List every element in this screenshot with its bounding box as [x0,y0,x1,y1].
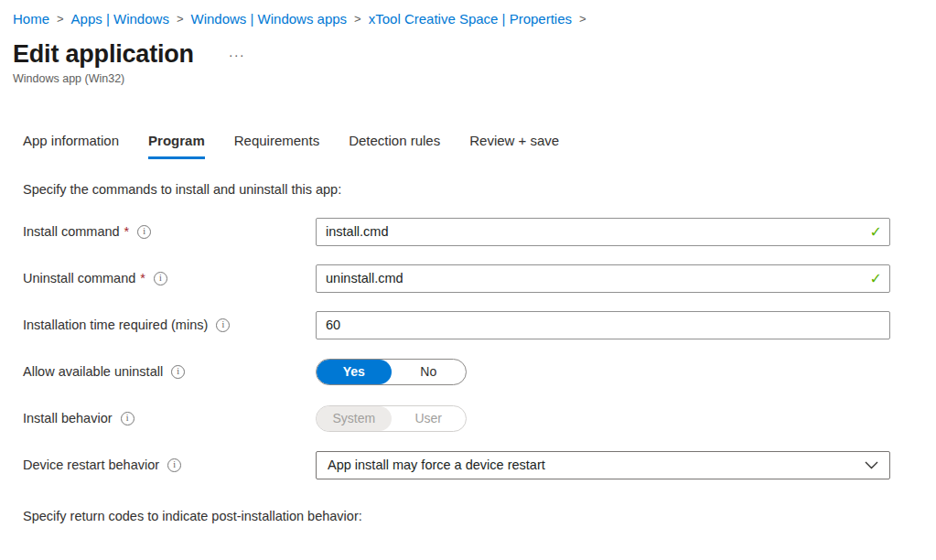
info-icon[interactable]: i [121,412,134,425]
field-row-installation-time: Installation time required (mins) i [23,310,890,339]
info-icon[interactable]: i [137,225,151,239]
field-row-install-behavior: Install behavior i System User [23,404,890,433]
field-row-uninstall-command: Uninstall command * i ✓ [23,264,890,293]
info-icon[interactable]: i [216,318,230,332]
field-label: Uninstall command [23,271,135,285]
required-asterisk: * [124,224,130,239]
toggle-option-yes[interactable]: Yes [317,360,392,384]
field-label: Installation time required (mins) [23,318,208,332]
toggle-option-user: User [392,406,467,431]
breadcrumb-link-apps-windows[interactable]: Apps | Windows [71,11,169,27]
edit-application-page: Home > Apps | Windows > Windows | Window… [0,0,936,523]
tab-requirements[interactable]: Requirements [234,133,319,159]
breadcrumb-separator: > [177,12,184,26]
tab-review-save[interactable]: Review + save [469,133,559,159]
field-label: Install behavior [23,411,113,425]
section-footer: Specify return codes to indicate post-in… [23,509,890,523]
field-label: Allow available uninstall [23,364,163,379]
breadcrumb-separator: > [354,12,361,26]
info-icon[interactable]: i [171,365,185,379]
field-label: Device restart behavior [23,458,159,472]
toggle-option-no[interactable]: No [392,360,467,384]
install-behavior-toggle: System User [316,405,467,432]
dropdown-selected-value: App install may force a device restart [328,458,545,472]
breadcrumb-link-home[interactable]: Home [13,11,49,27]
page-title: Edit application [13,40,194,69]
info-icon[interactable]: i [167,458,181,472]
required-asterisk: * [140,271,145,285]
field-row-allow-available-uninstall: Allow available uninstall i Yes No [23,357,890,386]
installation-time-input[interactable] [316,311,890,339]
program-form: Install command * i ✓ Uninstall command … [23,217,890,479]
section-intro: Specify the commands to install and unin… [23,182,890,197]
wizard-tabs: App information Program Requirements Det… [23,133,890,160]
toggle-option-system: System [317,406,392,431]
info-icon[interactable]: i [154,272,167,285]
field-label: Install command [23,224,120,239]
page-subtitle: Windows app (Win32) [13,72,890,85]
field-row-device-restart-behavior: Device restart behavior i App install ma… [23,450,890,479]
breadcrumb-link-app-properties[interactable]: xTool Creative Space | Properties [369,11,572,27]
install-command-input[interactable] [316,218,890,246]
more-options-button[interactable]: ··· [227,44,247,65]
tab-app-information[interactable]: App information [23,133,119,159]
uninstall-command-input[interactable] [316,264,890,293]
chevron-down-icon [865,461,878,469]
breadcrumb-link-windows-apps[interactable]: Windows | Windows apps [190,11,347,27]
allow-available-uninstall-toggle: Yes No [316,359,467,385]
breadcrumb: Home > Apps | Windows > Windows | Window… [13,9,890,27]
breadcrumb-separator: > [57,12,64,26]
device-restart-behavior-dropdown[interactable]: App install may force a device restart [316,451,890,479]
tab-detection-rules[interactable]: Detection rules [349,133,440,159]
breadcrumb-separator: > [579,12,586,26]
page-header: Edit application ··· Windows app (Win32) [13,40,890,85]
field-row-install-command: Install command * i ✓ [23,217,890,246]
tab-program[interactable]: Program [148,133,205,159]
